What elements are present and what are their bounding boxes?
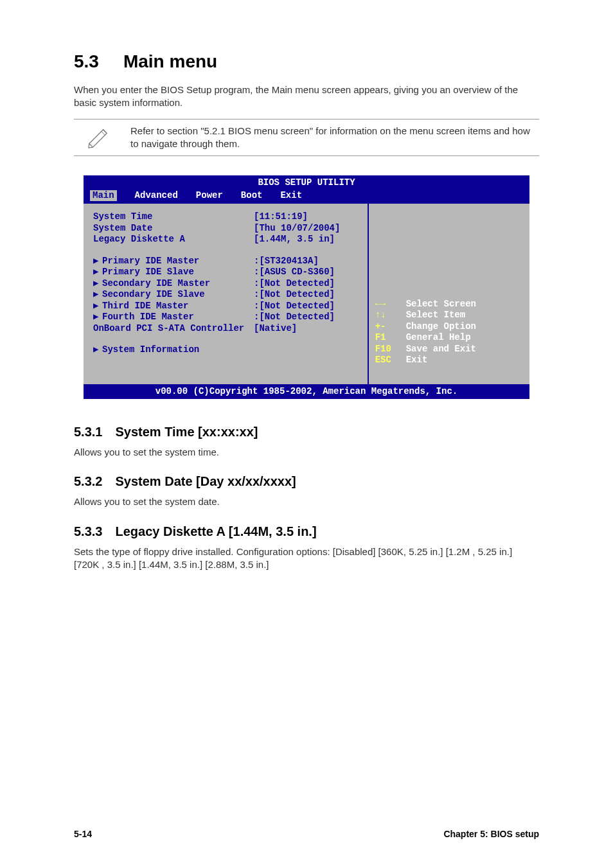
sata-row: OnBoard PCI S-ATA Controller [Native] [93,323,359,335]
note-block: Refer to section "5.2.1 BIOS menu screen… [74,119,539,157]
bios-fields: System Time [11:51:19] System Date [Thu … [84,204,368,384]
system-time-label: System Time [93,211,254,223]
submenu-arrow-icon: ▶ [93,267,102,278]
submenu-arrow-icon: ▶ [93,278,102,290]
bios-menu-power: Power [196,190,223,202]
section-body: Sets the type of floppy drive installed.… [74,545,539,572]
help-general-help: F1General Help [375,332,522,344]
subheading: 5.3.3Legacy Diskette A [1.44M, 3.5 in.] [74,524,539,539]
bios-menu-boot: Boot [241,190,263,202]
bios-menu-bar: Main Advanced Power Boot Exit [84,189,529,204]
help-text: Select Screen [406,299,476,310]
submenu-arrow-icon: ▶ [93,344,102,356]
main-heading: 5.3Main menu [74,51,539,72]
help-key: F10 [375,344,406,355]
secondary-master-label: Secondary IDE Master [102,278,210,288]
legacy-label: Legacy Diskette A [93,234,254,245]
legacy-row: Legacy Diskette A [1.44M, 3.5 in] [93,234,359,245]
help-key: F1 [375,332,406,344]
help-text: Save and Exit [406,344,476,355]
help-save-exit: F10Save and Exit [375,344,522,355]
subheading: 5.3.1System Time [xx:xx:xx] [74,425,539,439]
submenu-arrow-icon: ▶ [93,312,102,323]
bios-menu-advanced: Advanced [135,190,178,202]
help-text: Change Option [406,321,476,333]
third-master-row: ▶Third IDE Master :[Not Detected] [93,301,359,312]
primary-slave-value: :[ASUS CD-S360] [254,267,335,278]
bios-copyright: v00.00 (C)Copyright 1985-2002, American … [84,384,529,400]
primary-master-label: Primary IDE Master [102,256,199,266]
intro-paragraph: When you enter the BIOS Setup program, t… [74,84,539,110]
sysinfo-row: ▶System Information [93,344,359,356]
section-legacy-diskette: 5.3.3Legacy Diskette A [1.44M, 3.5 in.] … [74,524,539,572]
submenu-arrow-icon: ▶ [93,289,102,301]
third-master-value: :[Not Detected] [254,301,335,312]
fourth-master-label: Fourth IDE Master [102,312,194,322]
primary-slave-label: Primary IDE Slave [102,267,194,277]
system-time-value: [11:51:19] [254,211,308,223]
heading-title: Main menu [123,51,217,71]
heading-number: 5.3 [74,51,99,72]
sub-number: 5.3.2 [74,474,102,489]
sub-title: System Time [xx:xx:xx] [115,425,258,439]
bios-title: BIOS SETUP UTILITY [84,175,529,189]
subheading: 5.3.2System Date [Day xx/xx/xxxx] [74,474,539,489]
pencil-note-icon [85,126,111,149]
third-master-label: Third IDE Master [102,301,188,311]
sub-title: System Date [Day xx/xx/xxxx] [115,474,296,488]
secondary-master-row: ▶Secondary IDE Master :[Not Detected] [93,278,359,290]
note-text: Refer to section "5.2.1 BIOS menu screen… [130,125,539,151]
submenu-arrow-icon: ▶ [93,256,102,267]
help-select-screen: ←→Select Screen [375,299,522,310]
sub-number: 5.3.3 [74,524,102,539]
secondary-slave-label: Secondary IDE Slave [102,289,205,299]
chapter-label: Chapter 5: BIOS setup [443,829,539,839]
section-system-date: 5.3.2System Date [Day xx/xx/xxxx] Allows… [74,474,539,508]
help-key: ←→ [375,299,406,310]
fourth-master-value: :[Not Detected] [254,312,335,323]
system-date-row: System Date [Thu 10/07/2004] [93,223,359,235]
help-select-item: ↑↓Select Item [375,310,522,321]
legacy-value: [1.44M, 3.5 in] [254,234,335,245]
help-text: General Help [406,332,471,344]
bios-menu-main: Main [90,190,117,202]
fourth-master-row: ▶Fourth IDE Master :[Not Detected] [93,312,359,323]
section-body: Allows you to set the system date. [74,495,539,508]
secondary-slave-row: ▶Secondary IDE Slave :[Not Detected] [93,289,359,301]
help-text: Select Item [406,310,465,321]
help-key: ESC [375,355,406,366]
sub-number: 5.3.1 [74,425,102,439]
bios-body: System Time [11:51:19] System Date [Thu … [84,204,529,384]
section-system-time: 5.3.1System Time [xx:xx:xx] Allows you t… [74,425,539,459]
submenu-arrow-icon: ▶ [93,301,102,312]
page-footer: 5-14 Chapter 5: BIOS setup [74,829,539,839]
bios-menu-exit: Exit [280,190,302,202]
bios-setup-screenshot: BIOS SETUP UTILITY Main Advanced Power B… [84,175,529,399]
primary-master-row: ▶Primary IDE Master :[ST320413A] [93,256,359,267]
secondary-master-value: :[Not Detected] [254,278,335,290]
help-text: Exit [406,355,428,366]
help-key: +- [375,321,406,333]
help-change-option: +-Change Option [375,321,522,333]
help-exit: ESCExit [375,355,522,366]
system-date-label: System Date [93,223,254,235]
primary-master-value: :[ST320413A] [254,256,319,267]
system-time-row: System Time [11:51:19] [93,211,359,223]
system-date-value: [Thu 10/07/2004] [254,223,340,235]
help-key: ↑↓ [375,310,406,321]
bios-help-panel: ←→Select Screen ↑↓Select Item +-Change O… [368,204,529,384]
sata-label: OnBoard PCI S-ATA Controller [93,323,254,335]
section-body: Allows you to set the system time. [74,446,539,459]
sata-value: [Native] [254,323,297,335]
sub-title: Legacy Diskette A [1.44M, 3.5 in.] [115,524,316,538]
sysinfo-label: System Information [102,344,199,355]
primary-slave-row: ▶Primary IDE Slave :[ASUS CD-S360] [93,267,359,278]
page-number: 5-14 [74,829,92,839]
secondary-slave-value: :[Not Detected] [254,289,335,301]
